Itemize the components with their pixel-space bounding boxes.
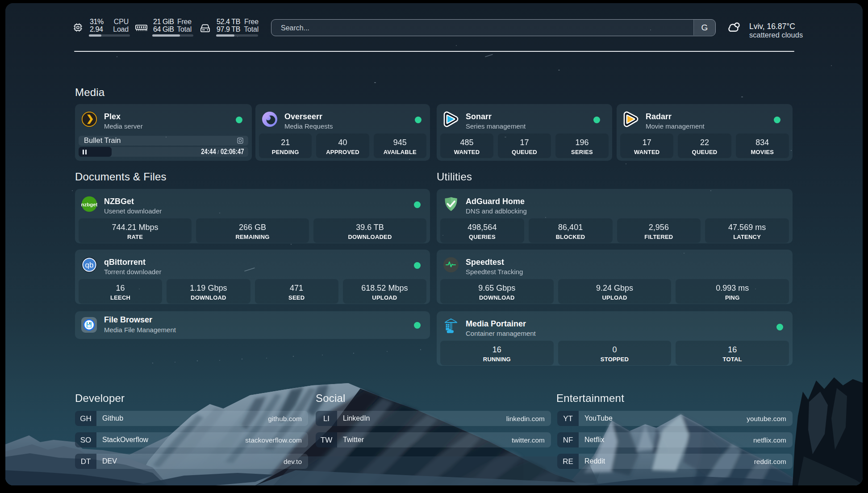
svg-text:nzbget: nzbget: [81, 202, 97, 207]
svg-text:qb: qb: [85, 261, 94, 269]
